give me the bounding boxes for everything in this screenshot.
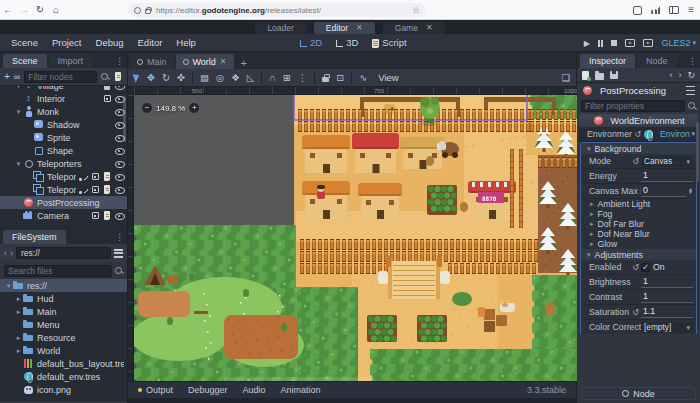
- fs-row-res-[interactable]: ▾res://: [0, 279, 127, 292]
- subgroup-ambient-light[interactable]: ▸Ambient Light: [581, 199, 696, 209]
- view-menu-button[interactable]: View: [378, 72, 398, 83]
- resource-chip[interactable]: Environ: [643, 129, 690, 140]
- checkbox[interactable]: ✔: [641, 263, 650, 272]
- browser-forward-icon[interactable]: →: [16, 0, 32, 20]
- eye-icon[interactable]: [114, 211, 124, 221]
- tab-filesystem[interactable]: FileSystem: [3, 230, 66, 244]
- chevron-down-icon[interactable]: ▾: [691, 130, 695, 138]
- zoom-out-button[interactable]: −: [142, 103, 152, 113]
- group-icon[interactable]: [102, 94, 112, 104]
- eye-icon[interactable]: [114, 86, 124, 91]
- scene-row-shape[interactable]: Shape: [0, 144, 127, 157]
- zoom-in-button[interactable]: +: [189, 103, 199, 113]
- extra-options-icon[interactable]: [686, 86, 695, 95]
- save-resource-icon[interactable]: [610, 71, 618, 79]
- new-resource-icon[interactable]: [582, 71, 589, 80]
- group-icon[interactable]: ⊡: [336, 72, 344, 83]
- fs-path-field[interactable]: res://: [16, 247, 111, 259]
- revert-icon[interactable]: ↺: [634, 130, 641, 139]
- subgroup-glow[interactable]: ▸Glow: [581, 239, 696, 249]
- fs-row-menu[interactable]: Menu: [0, 318, 127, 331]
- value-dropdown[interactable]: [empty]▾: [641, 322, 693, 333]
- eye-icon[interactable]: [114, 120, 124, 130]
- menu-project[interactable]: Project: [45, 34, 89, 52]
- mode-button-2d[interactable]: 2D: [300, 34, 322, 52]
- tab-inspector[interactable]: Inspector: [580, 54, 635, 68]
- group-icon[interactable]: [90, 185, 100, 195]
- tab-node[interactable]: Node: [637, 54, 677, 68]
- pan-icon[interactable]: ❖: [231, 72, 240, 83]
- eye-icon[interactable]: [114, 185, 124, 195]
- value-number[interactable]: 1.1: [641, 306, 693, 318]
- tree-arrow-icon[interactable]: ▾: [14, 86, 23, 90]
- panel-menu-icon[interactable]: ⋮: [115, 232, 124, 242]
- menu-editor[interactable]: Editor: [131, 34, 170, 52]
- menu-scene[interactable]: Scene: [4, 34, 45, 52]
- mode-button-script[interactable]: Script: [372, 34, 406, 52]
- scene-row-postprocessing[interactable]: PostProcessing: [0, 196, 127, 209]
- panel-menu-icon[interactable]: ⋮: [115, 56, 124, 66]
- property-value[interactable]: ✔On: [641, 262, 693, 272]
- fs-back-icon[interactable]: ‹: [4, 248, 7, 258]
- eye-icon[interactable]: [114, 159, 124, 169]
- search-files-input[interactable]: [4, 265, 112, 277]
- fs-row-hud[interactable]: ▸Hud: [0, 292, 127, 305]
- property-value[interactable]: 1: [641, 291, 693, 303]
- stop-button[interactable]: [611, 40, 617, 46]
- attach-script-button[interactable]: [113, 72, 123, 82]
- value-number[interactable]: 1: [641, 291, 693, 303]
- fs-row-default-env-tres[interactable]: default_env.tres: [0, 370, 127, 383]
- spinner-icon[interactable]: ▲▼: [688, 188, 693, 195]
- bottom-tab-output[interactable]: Output: [138, 385, 173, 395]
- property-value[interactable]: Canvas▾: [641, 156, 693, 167]
- tab-scene[interactable]: Scene: [3, 54, 47, 68]
- subgroup-dof-near-blur[interactable]: ▸Dof Near Blur: [581, 229, 696, 239]
- fs-view-toggle-icon[interactable]: [114, 249, 123, 258]
- section-background[interactable]: ▾Background: [581, 143, 696, 154]
- filter-properties-input[interactable]: [581, 100, 685, 112]
- scene-tab-world[interactable]: World✕: [176, 54, 234, 69]
- pause-button[interactable]: [598, 40, 604, 47]
- list-select-icon[interactable]: ▤: [200, 72, 209, 83]
- grid-snap-icon[interactable]: ⊞: [283, 72, 291, 83]
- menu-help[interactable]: Help: [169, 34, 203, 52]
- scene-row-interior[interactable]: ↕Interior: [0, 92, 127, 105]
- scale-tool-icon[interactable]: ✜: [177, 72, 185, 83]
- browser-back-icon[interactable]: ←: [0, 0, 16, 20]
- node-dock-button[interactable]: Node: [581, 387, 696, 400]
- scene-row-camera[interactable]: Camera: [0, 209, 127, 222]
- web-tab-editor[interactable]: Editor✕: [314, 22, 375, 34]
- renderer-dropdown[interactable]: GLES2▾: [661, 38, 696, 48]
- tab-import[interactable]: Import: [49, 54, 93, 68]
- lock-icon[interactable]: [145, 9, 151, 14]
- extension-icon[interactable]: [633, 6, 642, 15]
- web-tab-loader[interactable]: Loader: [255, 22, 305, 34]
- tree-arrow-icon[interactable]: ▾: [14, 108, 23, 116]
- scene-row-teleport[interactable]: Teleport: [0, 183, 127, 196]
- scene-row-monk[interactable]: ▾Monk: [0, 105, 127, 118]
- object-history-icon[interactable]: ↻: [687, 70, 695, 80]
- signal-icon[interactable]: [78, 172, 88, 182]
- eye-icon[interactable]: [114, 146, 124, 156]
- script-icon[interactable]: [102, 185, 112, 195]
- inspector-scrollbar[interactable]: [696, 122, 699, 182]
- mode-button-3d[interactable]: 3D: [336, 34, 358, 52]
- lock-icon[interactable]: [102, 86, 112, 91]
- play-custom-scene-button[interactable]: [643, 39, 653, 47]
- revert-icon[interactable]: ↺: [632, 308, 639, 317]
- rotate-tool-icon[interactable]: ↻: [162, 72, 170, 83]
- property-value[interactable]: Environ▾: [643, 129, 695, 140]
- tree-arrow-icon[interactable]: ▾: [14, 160, 23, 168]
- fs-row-resource[interactable]: ▸Resource: [0, 331, 127, 344]
- play-scene-button[interactable]: [625, 39, 635, 47]
- browser-menu-icon[interactable]: ≡: [688, 5, 694, 15]
- ruler-icon[interactable]: ◺: [247, 72, 254, 83]
- browser-reload-icon[interactable]: ↻: [32, 0, 48, 20]
- snap-icon[interactable]: ∩: [269, 72, 276, 83]
- close-icon[interactable]: ✕: [426, 22, 433, 34]
- value-number[interactable]: 1: [641, 170, 693, 182]
- sidebar-toggle-icon[interactable]: [669, 6, 679, 14]
- snap-options-icon[interactable]: ⋮: [298, 72, 308, 83]
- property-value[interactable]: 1.1: [641, 306, 693, 318]
- fs-row-world[interactable]: ▸World: [0, 344, 127, 357]
